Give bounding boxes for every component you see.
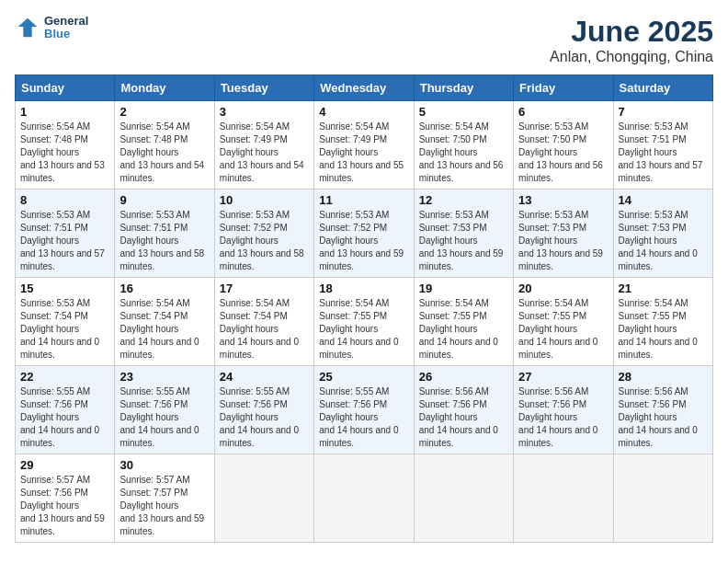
calendar-day: 18 Sunrise: 5:54 AMSunset: 7:55 PMDaylig… [314,278,414,366]
calendar-day: 30 Sunrise: 5:57 AMSunset: 7:57 PMDaylig… [115,454,214,543]
day-info: Sunrise: 5:55 AMSunset: 7:56 PMDaylight … [220,385,309,450]
day-number: 10 [220,193,309,207]
calendar-day: 25 Sunrise: 5:55 AMSunset: 7:56 PMDaylig… [314,366,414,454]
day-number: 29 [20,458,109,472]
day-info: Sunrise: 5:54 AMSunset: 7:50 PMDaylight … [419,121,508,185]
col-header-monday: Monday [115,75,214,101]
calendar-day: 7 Sunrise: 5:53 AMSunset: 7:51 PMDayligh… [613,101,712,190]
calendar-day: 3 Sunrise: 5:54 AMSunset: 7:49 PMDayligh… [214,101,313,190]
day-info: Sunrise: 5:53 AMSunset: 7:50 PMDaylight … [518,121,608,185]
calendar-day: 4 Sunrise: 5:54 AMSunset: 7:49 PMDayligh… [314,101,414,190]
col-header-saturday: Saturday [613,75,712,101]
day-number: 6 [518,105,608,119]
day-info: Sunrise: 5:53 AMSunset: 7:53 PMDaylight … [518,209,608,273]
day-number: 15 [20,282,109,295]
day-info: Sunrise: 5:56 AMSunset: 7:56 PMDaylight … [419,385,508,450]
col-header-sunday: Sunday [16,75,115,101]
logo: General Blue [15,15,88,41]
day-number: 8 [20,193,109,207]
day-number: 25 [319,370,408,384]
svg-marker-0 [18,18,38,38]
day-info: Sunrise: 5:54 AMSunset: 7:49 PMDaylight … [319,121,408,185]
day-number: 14 [619,193,708,207]
day-number: 19 [419,282,508,295]
calendar-day: 9 Sunrise: 5:53 AMSunset: 7:51 PMDayligh… [115,190,214,278]
calendar-day: 19 Sunrise: 5:54 AMSunset: 7:55 PMDaylig… [414,278,513,366]
col-header-tuesday: Tuesday [214,75,313,101]
day-number: 20 [518,282,608,295]
calendar-week-2: 8 Sunrise: 5:53 AMSunset: 7:51 PMDayligh… [16,190,713,278]
day-info: Sunrise: 5:54 AMSunset: 7:55 PMDaylight … [319,297,408,362]
calendar-week-4: 22 Sunrise: 5:55 AMSunset: 7:56 PMDaylig… [16,366,713,454]
day-info: Sunrise: 5:55 AMSunset: 7:56 PMDaylight … [319,385,408,450]
day-number: 17 [220,282,309,295]
day-info: Sunrise: 5:55 AMSunset: 7:56 PMDaylight … [20,385,109,450]
day-info: Sunrise: 5:54 AMSunset: 7:54 PMDaylight … [220,297,309,362]
day-info: Sunrise: 5:53 AMSunset: 7:53 PMDaylight … [619,209,708,273]
day-info: Sunrise: 5:53 AMSunset: 7:51 PMDaylight … [20,209,109,273]
page-header: General Blue June 2025 Anlan, Chongqing,… [15,15,713,65]
calendar-day: 17 Sunrise: 5:54 AMSunset: 7:54 PMDaylig… [214,278,313,366]
day-info: Sunrise: 5:54 AMSunset: 7:54 PMDaylight … [119,297,209,362]
day-info: Sunrise: 5:56 AMSunset: 7:56 PMDaylight … [619,385,708,450]
day-info: Sunrise: 5:57 AMSunset: 7:56 PMDaylight … [20,474,109,538]
calendar-title: June 2025 [550,15,713,49]
day-number: 5 [419,105,508,119]
calendar-day: 22 Sunrise: 5:55 AMSunset: 7:56 PMDaylig… [16,366,115,454]
calendar-day [214,454,313,543]
calendar-day: 15 Sunrise: 5:53 AMSunset: 7:54 PMDaylig… [16,278,115,366]
day-number: 16 [119,282,209,295]
day-number: 22 [20,370,109,384]
calendar-day [314,454,414,543]
calendar-day: 21 Sunrise: 5:54 AMSunset: 7:55 PMDaylig… [613,278,712,366]
calendar-day: 24 Sunrise: 5:55 AMSunset: 7:56 PMDaylig… [214,366,313,454]
day-info: Sunrise: 5:54 AMSunset: 7:55 PMDaylight … [518,297,608,362]
calendar-header-row: SundayMondayTuesdayWednesdayThursdayFrid… [16,75,713,101]
logo-line2: Blue [44,28,88,40]
day-info: Sunrise: 5:53 AMSunset: 7:51 PMDaylight … [619,121,708,185]
calendar-day: 5 Sunrise: 5:54 AMSunset: 7:50 PMDayligh… [414,101,513,190]
calendar-day: 6 Sunrise: 5:53 AMSunset: 7:50 PMDayligh… [514,101,613,190]
day-number: 11 [319,193,408,207]
calendar-week-3: 15 Sunrise: 5:53 AMSunset: 7:54 PMDaylig… [16,278,713,366]
calendar-day: 26 Sunrise: 5:56 AMSunset: 7:56 PMDaylig… [414,366,513,454]
calendar-week-5: 29 Sunrise: 5:57 AMSunset: 7:56 PMDaylig… [16,454,713,543]
day-number: 9 [119,193,209,207]
day-number: 7 [619,105,708,119]
calendar-subtitle: Anlan, Chongqing, China [550,49,713,65]
day-info: Sunrise: 5:54 AMSunset: 7:48 PMDaylight … [20,121,109,185]
day-number: 4 [319,105,408,119]
day-number: 24 [220,370,309,384]
day-number: 23 [119,370,209,384]
calendar-day: 12 Sunrise: 5:53 AMSunset: 7:53 PMDaylig… [414,190,513,278]
day-info: Sunrise: 5:55 AMSunset: 7:56 PMDaylight … [119,385,209,450]
calendar-day [613,454,712,543]
day-info: Sunrise: 5:54 AMSunset: 7:55 PMDaylight … [419,297,508,362]
day-info: Sunrise: 5:56 AMSunset: 7:56 PMDaylight … [518,385,608,450]
calendar-week-1: 1 Sunrise: 5:54 AMSunset: 7:48 PMDayligh… [16,101,713,190]
day-info: Sunrise: 5:53 AMSunset: 7:53 PMDaylight … [419,209,508,273]
calendar-day: 13 Sunrise: 5:53 AMSunset: 7:53 PMDaylig… [514,190,613,278]
logo-text: General Blue [44,15,88,41]
calendar-day: 16 Sunrise: 5:54 AMSunset: 7:54 PMDaylig… [115,278,214,366]
day-number: 1 [20,105,109,119]
day-info: Sunrise: 5:53 AMSunset: 7:52 PMDaylight … [319,209,408,273]
day-number: 28 [619,370,708,384]
day-number: 3 [220,105,309,119]
day-number: 12 [419,193,508,207]
day-number: 21 [619,282,708,295]
calendar-day [514,454,613,543]
day-info: Sunrise: 5:57 AMSunset: 7:57 PMDaylight … [119,474,209,538]
calendar-day: 23 Sunrise: 5:55 AMSunset: 7:56 PMDaylig… [115,366,214,454]
day-number: 18 [319,282,408,295]
calendar-day: 27 Sunrise: 5:56 AMSunset: 7:56 PMDaylig… [514,366,613,454]
logo-icon [15,15,40,40]
day-number: 27 [518,370,608,384]
calendar-day: 11 Sunrise: 5:53 AMSunset: 7:52 PMDaylig… [314,190,414,278]
logo-line1: General [44,15,88,28]
title-block: June 2025 Anlan, Chongqing, China [550,15,713,65]
calendar-day [414,454,513,543]
calendar-table: SundayMondayTuesdayWednesdayThursdayFrid… [15,75,713,543]
col-header-friday: Friday [514,75,613,101]
col-header-thursday: Thursday [414,75,513,101]
